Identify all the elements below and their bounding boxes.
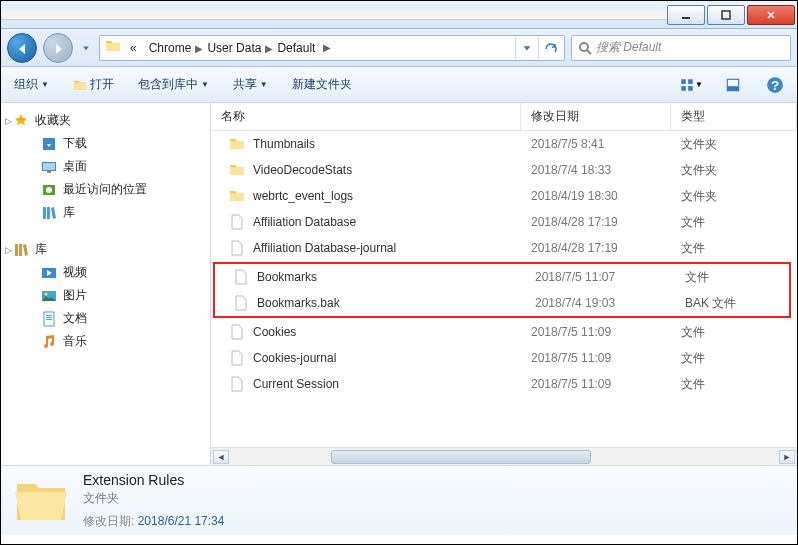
file-type: BAK 文件 (675, 295, 789, 312)
file-modified: 2018/7/5 11:09 (521, 351, 671, 365)
file-row[interactable]: Bookmarks.bak2018/7/4 19:03BAK 文件 (215, 290, 789, 316)
folder-icon (229, 188, 245, 204)
video-icon (41, 265, 57, 281)
file-name: VideoDecodeStats (253, 163, 352, 177)
library-icon (13, 242, 29, 258)
sidebar-item[interactable]: 下载 (1, 132, 210, 155)
sidebar-item[interactable]: 库 (1, 201, 210, 224)
file-icon (229, 214, 245, 230)
column-type[interactable]: 类型 (671, 103, 797, 130)
sidebar-favorites-header[interactable]: ▷ 收藏夹 (1, 109, 210, 132)
file-row[interactable]: Current Session2018/7/5 11:09文件 (211, 371, 797, 397)
breadcrumb-segment[interactable]: Chrome (145, 39, 196, 57)
file-modified: 2018/4/19 18:30 (521, 189, 671, 203)
svg-rect-22 (682, 17, 690, 19)
scroll-thumb[interactable] (331, 450, 591, 464)
navigation-sidebar: ▷ 收藏夹 下载桌面最近访问的位置库 ▷ 库 视频图片文档音乐 (1, 103, 211, 465)
folder-icon (229, 162, 245, 178)
file-icon (229, 240, 245, 256)
file-row[interactable]: Affiliation Database2018/4/28 17:19文件 (211, 209, 797, 235)
sidebar-item[interactable]: 文档 (1, 307, 210, 330)
file-row[interactable]: Cookies-journal2018/7/5 11:09文件 (211, 345, 797, 371)
file-row[interactable]: webrtc_event_logs2018/4/19 18:30文件夹 (211, 183, 797, 209)
file-modified: 2018/7/4 19:03 (525, 296, 675, 310)
file-modified: 2018/7/4 18:33 (521, 163, 671, 177)
sidebar-item[interactable]: 图片 (1, 284, 210, 307)
horizontal-scrollbar[interactable]: ◄ ► (211, 447, 797, 465)
file-icon (233, 269, 249, 285)
close-button[interactable] (747, 5, 795, 25)
file-row[interactable]: Affiliation Database-journal2018/4/28 17… (211, 235, 797, 261)
breadcrumb-ellipsis[interactable]: « (126, 39, 141, 57)
details-folder-icon (13, 474, 69, 527)
column-headers: 名称 修改日期 类型 (211, 103, 797, 131)
sidebar-libraries-header[interactable]: ▷ 库 (1, 238, 210, 261)
breadcrumb-segment[interactable]: Default (273, 39, 319, 57)
file-type: 文件 (671, 324, 797, 341)
file-type: 文件 (671, 376, 797, 393)
file-icon (229, 324, 245, 340)
address-dropdown[interactable] (515, 37, 537, 59)
search-input[interactable]: 搜索 Default (571, 35, 791, 61)
file-type: 文件夹 (671, 162, 797, 179)
help-button[interactable] (761, 73, 789, 97)
svg-rect-23 (722, 11, 730, 19)
file-name: Current Session (253, 377, 339, 391)
sidebar-item[interactable]: 视频 (1, 261, 210, 284)
file-name: Thumbnails (253, 137, 315, 151)
file-modified: 2018/7/5 11:07 (525, 270, 675, 284)
sidebar-item[interactable]: 最近访问的位置 (1, 178, 210, 201)
file-type: 文件 (671, 214, 797, 231)
navigation-bar: « Chrome▶User Data▶Default ▶ 搜索 Default (1, 29, 797, 67)
open-button[interactable]: 打开 (68, 73, 119, 96)
history-dropdown[interactable] (79, 33, 93, 63)
file-type: 文件 (671, 240, 797, 257)
file-type: 文件 (675, 269, 789, 286)
desktop-icon (41, 159, 57, 175)
new-folder-button[interactable]: 新建文件夹 (287, 73, 357, 96)
breadcrumb-segment[interactable]: User Data (203, 39, 265, 57)
column-modified[interactable]: 修改日期 (521, 103, 671, 130)
file-name: Affiliation Database (253, 215, 356, 229)
scroll-left-button[interactable]: ◄ (213, 450, 229, 464)
file-modified: 2018/7/5 8:41 (521, 137, 671, 151)
file-row[interactable]: VideoDecodeStats2018/7/4 18:33文件夹 (211, 157, 797, 183)
folder-icon (104, 38, 122, 57)
share-menu[interactable]: 共享▼ (228, 73, 273, 96)
toolbar: 组织▼ 打开 包含到库中▼ 共享▼ 新建文件夹 ▼ (1, 67, 797, 103)
details-pane: Extension Rules 文件夹 修改日期: 2018/6/21 17:3… (1, 465, 797, 535)
file-name: Cookies-journal (253, 351, 336, 365)
preview-pane-button[interactable] (719, 73, 747, 97)
folder-icon (229, 136, 245, 152)
download-icon (41, 136, 57, 152)
details-modified: 修改日期: 2018/6/21 17:34 (83, 513, 224, 530)
view-options-button[interactable]: ▼ (677, 73, 705, 97)
file-row[interactable]: Cookies2018/7/5 11:09文件 (211, 319, 797, 345)
sidebar-item[interactable]: 桌面 (1, 155, 210, 178)
file-row[interactable]: Bookmarks2018/7/5 11:07文件 (215, 264, 789, 290)
maximize-button[interactable] (707, 5, 745, 25)
minimize-button[interactable] (667, 5, 705, 25)
file-modified: 2018/4/28 17:19 (521, 215, 671, 229)
star-icon (13, 113, 29, 129)
organize-menu[interactable]: 组织▼ (9, 73, 54, 96)
highlight-annotation: Bookmarks2018/7/5 11:07文件Bookmarks.bak20… (213, 262, 791, 318)
file-modified: 2018/4/28 17:19 (521, 241, 671, 255)
forward-button[interactable] (43, 33, 73, 63)
refresh-button[interactable] (538, 37, 560, 59)
details-type: 文件夹 (83, 490, 224, 507)
file-name: Bookmarks (257, 270, 317, 284)
file-modified: 2018/7/5 11:09 (521, 377, 671, 391)
music-icon (41, 334, 57, 350)
column-name[interactable]: 名称 (211, 103, 521, 130)
back-button[interactable] (7, 33, 37, 63)
include-library-menu[interactable]: 包含到库中▼ (133, 73, 214, 96)
address-bar[interactable]: « Chrome▶User Data▶Default ▶ (99, 35, 565, 61)
sidebar-item[interactable]: 音乐 (1, 330, 210, 353)
file-type: 文件夹 (671, 136, 797, 153)
file-type: 文件夹 (671, 188, 797, 205)
file-row[interactable]: Thumbnails2018/7/5 8:41文件夹 (211, 131, 797, 157)
scroll-right-button[interactable]: ► (779, 450, 795, 464)
picture-icon (41, 288, 57, 304)
file-name: webrtc_event_logs (253, 189, 353, 203)
